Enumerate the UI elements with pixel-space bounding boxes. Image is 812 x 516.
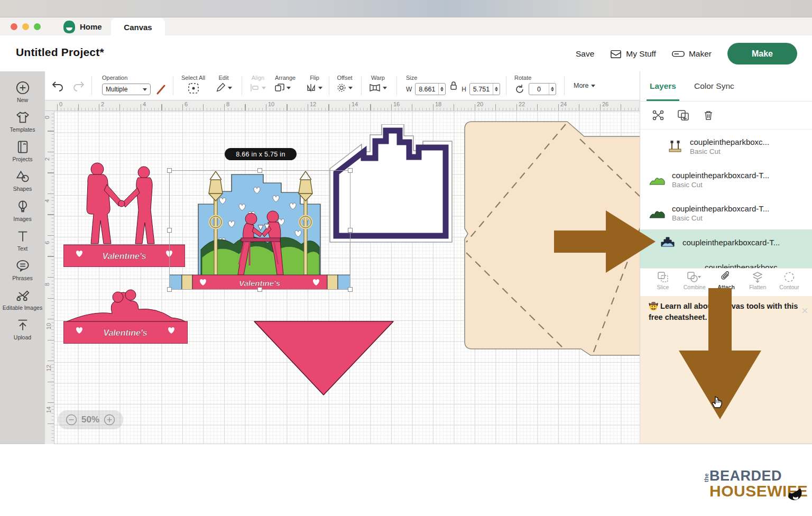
width-input[interactable]: 8.661 bbox=[415, 83, 446, 95]
hot-air-balloon-icon bbox=[16, 200, 30, 214]
maker-machine-button[interactable]: Maker bbox=[672, 49, 712, 59]
selection-handle[interactable] bbox=[167, 168, 172, 173]
layer-row[interactable]: coupleintheparkboxcard-T...Basic Cut bbox=[640, 163, 812, 196]
svg-text:Valentine's: Valentine's bbox=[102, 252, 146, 261]
operation-select[interactable]: Multiple bbox=[102, 84, 151, 95]
sidebar-item-phrases[interactable]: Phrases bbox=[0, 259, 45, 282]
tab-canvas[interactable]: Canvas bbox=[111, 18, 165, 36]
plus-circle-icon bbox=[16, 81, 30, 95]
editable-image-icon bbox=[16, 289, 30, 302]
rotate-icon[interactable] bbox=[514, 84, 525, 95]
sidebar-item-images[interactable]: Images bbox=[0, 200, 45, 223]
tab-layers[interactable]: Layers bbox=[650, 71, 676, 101]
window-controls[interactable] bbox=[11, 23, 41, 30]
align-icon bbox=[250, 84, 260, 92]
group-icon[interactable] bbox=[652, 109, 665, 121]
selection-handle[interactable] bbox=[348, 168, 353, 173]
width-stepper[interactable] bbox=[438, 84, 445, 95]
redo-button[interactable] bbox=[72, 80, 85, 91]
undo-button[interactable] bbox=[51, 80, 64, 91]
attach-button[interactable]: Attach bbox=[711, 271, 742, 290]
width-label: W bbox=[406, 86, 412, 93]
notebook-icon bbox=[16, 140, 30, 154]
sidebar-item-text[interactable]: Text bbox=[0, 229, 45, 252]
project-header: Untitled Project* Save My Stuff Maker Ma… bbox=[0, 35, 812, 71]
rotate-input[interactable]: 0 bbox=[529, 83, 556, 95]
edit-toolbar: Operation Multiple Select All Edit Alig bbox=[45, 71, 640, 100]
layer-row[interactable]: coupleintheparkboxc...Basic Cut bbox=[640, 130, 812, 163]
standing-couple-shape[interactable]: Valentine's bbox=[63, 161, 185, 267]
layers-list: coupleintheparkboxc...Basic Cut couplein… bbox=[640, 130, 812, 268]
height-stepper[interactable] bbox=[493, 84, 500, 95]
home-tab-label: Home bbox=[80, 22, 102, 31]
combine-button[interactable]: Combine bbox=[679, 271, 710, 290]
design-sidebar: New Templates Projects Shapes Images Tex… bbox=[0, 71, 45, 444]
tab-color-sync[interactable]: Color Sync bbox=[694, 71, 734, 101]
height-input[interactable]: 5.751 bbox=[469, 83, 500, 95]
rotate-stepper[interactable] bbox=[549, 84, 556, 95]
offset-button[interactable]: Offset bbox=[337, 75, 353, 92]
zoom-control: 50% bbox=[58, 410, 123, 429]
sidebar-item-upload[interactable]: Upload bbox=[0, 318, 45, 341]
shapes-icon bbox=[16, 170, 30, 183]
sidebar-item-editable-images[interactable]: Editable Images bbox=[0, 289, 45, 311]
selection-handle[interactable] bbox=[167, 228, 172, 233]
minimize-window-icon[interactable] bbox=[22, 23, 29, 30]
offset-icon bbox=[337, 84, 346, 92]
chevron-down-icon bbox=[591, 85, 595, 87]
design-canvas[interactable]: 02 46 810 1214 1618 2022 2426 02 46 810 … bbox=[45, 100, 640, 444]
cricut-design-space-window: Home Canvas 2 The Bearded Housewife Unti… bbox=[0, 0, 812, 516]
save-button[interactable]: Save bbox=[576, 49, 594, 59]
canvas-tab-label: Canvas bbox=[124, 23, 152, 32]
sidebar-item-new[interactable]: New bbox=[0, 81, 45, 104]
sidebar-item-projects[interactable]: Projects bbox=[0, 140, 45, 163]
operation-label: Operation bbox=[102, 75, 168, 81]
sidebar-item-templates[interactable]: Templates bbox=[0, 110, 45, 133]
selection-handle[interactable] bbox=[257, 287, 262, 292]
selection-handle[interactable] bbox=[257, 168, 262, 173]
close-icon[interactable] bbox=[802, 308, 808, 314]
color-pen-icon[interactable] bbox=[155, 83, 168, 96]
envelope-icon bbox=[610, 49, 622, 59]
chevron-down-icon bbox=[287, 87, 291, 89]
trash-icon[interactable] bbox=[703, 109, 714, 121]
tab-home[interactable]: Home bbox=[57, 17, 108, 36]
sitting-couple-shape[interactable]: Valentine's bbox=[63, 288, 188, 344]
chevron-down-icon bbox=[262, 87, 266, 89]
warp-label: Warp bbox=[369, 75, 387, 81]
duplicate-icon[interactable] bbox=[677, 109, 690, 121]
lampposts-thumbnail-icon bbox=[666, 140, 685, 153]
edit-button[interactable]: Edit bbox=[215, 75, 232, 93]
flatten-button[interactable]: Flatten bbox=[742, 271, 773, 290]
sidebar-item-shapes[interactable]: Shapes bbox=[0, 170, 45, 192]
zoom-out-icon[interactable] bbox=[66, 414, 77, 426]
triangle-shape[interactable] bbox=[253, 320, 395, 397]
arrange-button[interactable]: Arrange bbox=[275, 75, 296, 92]
maker-label: Maker bbox=[689, 49, 712, 59]
lock-aspect-icon[interactable] bbox=[449, 80, 458, 91]
make-button[interactable]: Make bbox=[727, 43, 797, 64]
layer-group-row-selected[interactable]: coupleintheparkboxcard-T... bbox=[640, 229, 812, 255]
warp-button[interactable]: Warp bbox=[369, 75, 387, 92]
pencil-icon bbox=[215, 82, 226, 93]
selection-bounding-box[interactable] bbox=[169, 170, 350, 290]
my-stuff-button[interactable]: My Stuff bbox=[610, 49, 656, 59]
align-button[interactable]: Align bbox=[250, 75, 266, 92]
maximize-window-icon[interactable] bbox=[34, 23, 41, 30]
selection-handle[interactable] bbox=[348, 287, 353, 292]
cricut-logo-icon bbox=[63, 21, 75, 33]
contour-button[interactable]: Contour bbox=[774, 271, 805, 290]
layer-row[interactable]: coupleintheparkboxcard-T...Basic Cut bbox=[640, 196, 812, 229]
chevron-down-icon bbox=[143, 88, 147, 91]
more-button[interactable]: More bbox=[574, 82, 595, 89]
close-window-icon[interactable] bbox=[11, 23, 17, 30]
selection-handle[interactable] bbox=[167, 287, 172, 292]
zoom-in-icon[interactable] bbox=[104, 414, 115, 426]
select-all-button[interactable]: Select All bbox=[181, 75, 205, 95]
layer-row-score[interactable]: coupleintheparkboxc...Score bbox=[640, 255, 812, 268]
selection-handle[interactable] bbox=[348, 228, 353, 233]
speech-bubble-icon bbox=[16, 259, 30, 273]
skyline-thumbnail-icon bbox=[658, 236, 677, 248]
app-bottom-edge bbox=[0, 444, 812, 444]
flip-button[interactable]: Flip bbox=[307, 75, 322, 92]
